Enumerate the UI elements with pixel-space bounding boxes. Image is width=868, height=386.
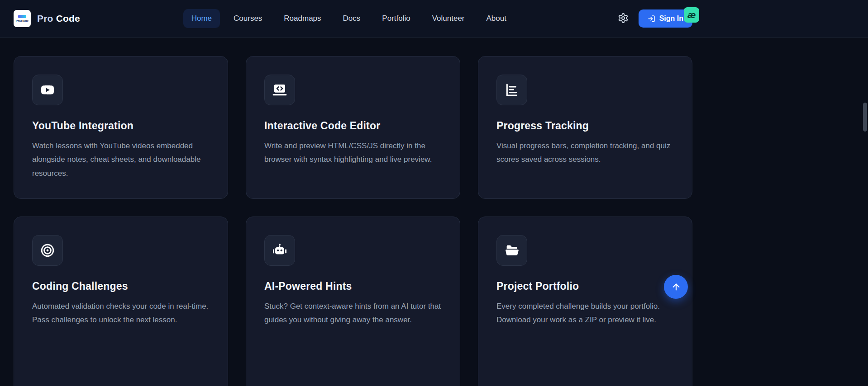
scroll-to-top-button[interactable] — [664, 275, 688, 299]
card-title: AI-Powered Hints — [264, 280, 442, 292]
card-description: Watch lessons with YouTube videos embedd… — [32, 139, 210, 180]
scrollbar-thumb[interactable] — [863, 103, 867, 132]
header-inner: ProCode Pro Code HomeCoursesRoadmapsDocs… — [0, 0, 706, 37]
card-title: Project Portfolio — [496, 280, 674, 292]
procode-app: ProCode Pro Code HomeCoursesRoadmapsDocs… — [0, 0, 868, 386]
log-in-icon — [648, 15, 655, 23]
feature-card: YouTube Integration Watch lessons with Y… — [14, 56, 228, 199]
nav-item-courses[interactable]: Courses — [225, 9, 270, 28]
bar-chart-icon — [496, 75, 527, 105]
robot-icon — [264, 235, 295, 266]
logo-gradient-mark — [18, 15, 26, 18]
nav-item-volunteer[interactable]: Volunteer — [424, 9, 473, 28]
features-grid: YouTube Integration Watch lessons with Y… — [14, 56, 692, 386]
header: ProCode Pro Code HomeCoursesRoadmapsDocs… — [0, 0, 868, 38]
card-title: Coding Challenges — [32, 280, 210, 292]
sign-in-label: Sign In — [659, 14, 683, 23]
header-controls: Sign In — [618, 9, 692, 28]
feature-card: Interactive Code Editor Write and previe… — [246, 56, 460, 199]
feature-card: Project Portfolio Every completed challe… — [478, 217, 692, 386]
brand-code: Code — [56, 13, 80, 24]
card-description: Automated validation checks your code in… — [32, 300, 210, 327]
feature-card: Progress Tracking Visual progress bars, … — [478, 56, 692, 199]
arrow-up-icon — [671, 282, 681, 292]
feature-card: Coding Challenges Automated validation c… — [14, 217, 228, 386]
card-title: Progress Tracking — [496, 120, 674, 132]
youtube-icon — [32, 75, 63, 105]
brand-name: Pro Code — [37, 13, 80, 24]
nav-item-home[interactable]: Home — [183, 9, 220, 28]
feature-card: AI-Powered Hints Stuck? Get context-awar… — [246, 217, 460, 386]
extension-badge[interactable]: æ — [684, 7, 699, 23]
card-description: Stuck? Get context-aware hints from an A… — [264, 300, 442, 327]
code-editor-icon — [264, 75, 295, 105]
target-icon — [32, 235, 63, 266]
card-title: YouTube Integration — [32, 120, 210, 132]
folder-open-icon — [496, 235, 527, 266]
brand[interactable]: ProCode Pro Code — [14, 10, 80, 27]
logo-text: ProCode — [16, 19, 29, 23]
nav-item-roadmaps[interactable]: Roadmaps — [276, 9, 329, 28]
brand-pro: Pro — [37, 13, 53, 24]
nav-item-docs[interactable]: Docs — [335, 9, 369, 28]
card-title: Interactive Code Editor — [264, 120, 442, 132]
nav-item-portfolio[interactable]: Portfolio — [374, 9, 418, 28]
card-description: Write and preview HTML/CSS/JS directly i… — [264, 139, 442, 167]
card-description: Visual progress bars, completion trackin… — [496, 139, 674, 167]
extension-badge-label: æ — [687, 9, 696, 20]
main-content: YouTube Integration Watch lessons with Y… — [0, 38, 706, 386]
main-nav: HomeCoursesRoadmapsDocsPortfolioVoluntee… — [80, 9, 618, 28]
gear-icon — [618, 13, 629, 25]
settings-button[interactable] — [618, 13, 629, 25]
card-description: Every completed challenge builds your po… — [496, 300, 674, 327]
nav-item-about[interactable]: About — [478, 9, 515, 28]
procode-logo: ProCode — [14, 10, 31, 27]
